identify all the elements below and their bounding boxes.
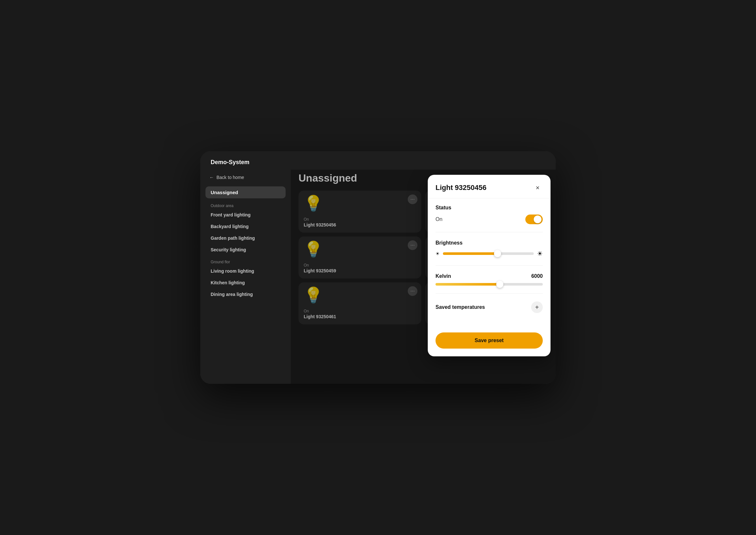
panel-body: Status On xyxy=(428,198,550,327)
section-label-outdoor: Outdoor area xyxy=(206,200,286,209)
kelvin-label: Kelvin xyxy=(435,273,451,279)
panel-header: Light 93250456 × xyxy=(428,175,550,198)
saved-temperatures-label: Saved temperatures xyxy=(435,304,485,310)
sidebar-item-security[interactable]: Security lighting xyxy=(206,244,286,255)
brightness-thumb[interactable] xyxy=(494,250,501,257)
panel-title: Light 93250456 xyxy=(435,183,487,192)
brightness-section: Brightness ☀ ☀ xyxy=(435,240,543,266)
sun-small-icon: ☀ xyxy=(435,251,440,256)
saved-temps-header: Saved temperatures + xyxy=(435,301,543,313)
kelvin-thumb[interactable] xyxy=(496,281,503,288)
back-to-home-link[interactable]: ← Back to home xyxy=(206,172,286,183)
kelvin-header: Kelvin 6000 xyxy=(435,273,543,279)
sidebar-item-kitchen[interactable]: Kitchen lighting xyxy=(206,277,286,288)
sidebar-item-front-yard[interactable]: Front yard lighting xyxy=(206,209,286,220)
close-icon: × xyxy=(536,184,540,192)
sidebar-item-backyard[interactable]: Backyard lighting xyxy=(206,221,286,232)
section-label-ground: Ground flor xyxy=(206,256,286,266)
plus-icon: + xyxy=(535,304,539,311)
status-label: Status xyxy=(435,205,543,211)
sidebar-item-unassigned[interactable]: Unassigned xyxy=(206,186,286,198)
saved-temperatures-section: Saved temperatures + xyxy=(435,301,543,321)
sidebar-item-dining[interactable]: Dining area lighting xyxy=(206,289,286,300)
panel-overlay: Light 93250456 × Status On xyxy=(291,170,556,384)
brightness-label: Brightness xyxy=(435,240,543,246)
status-section: Status On xyxy=(435,205,543,232)
kelvin-slider-row xyxy=(435,283,543,286)
app-body: ← Back to home Unassigned Outdoor area F… xyxy=(200,170,556,384)
brightness-slider-row: ☀ ☀ xyxy=(435,250,543,258)
status-toggle[interactable] xyxy=(525,214,543,224)
save-preset-label: Save preset xyxy=(475,338,504,343)
kelvin-slider[interactable] xyxy=(435,283,543,286)
main-content: Unassigned ··· 💡 On Light 93250456 xyxy=(291,170,556,384)
sun-large-icon: ☀ xyxy=(537,250,543,258)
kelvin-section: Kelvin 6000 xyxy=(435,273,543,294)
brightness-slider[interactable] xyxy=(443,252,534,255)
panel-footer: Save preset xyxy=(428,327,550,356)
add-temperature-button[interactable]: + xyxy=(531,301,543,313)
toggle-row: On xyxy=(435,214,543,224)
detail-panel: Light 93250456 × Status On xyxy=(428,175,550,356)
toggle-thumb xyxy=(534,215,542,223)
sidebar-item-garden-path[interactable]: Garden path lighting xyxy=(206,233,286,243)
app-header: Demo-System xyxy=(200,151,556,170)
kelvin-value: 6000 xyxy=(531,273,543,279)
app-title: Demo-System xyxy=(210,159,249,165)
panel-close-button[interactable]: × xyxy=(532,183,543,193)
sidebar-item-living-room[interactable]: Living room lighting xyxy=(206,266,286,276)
toggle-track xyxy=(525,214,543,224)
back-arrow-icon: ← xyxy=(210,175,214,180)
back-label: Back to home xyxy=(216,175,244,180)
device-frame: Demo-System ← Back to home Unassigned Ou… xyxy=(200,151,556,384)
app-container: Demo-System ← Back to home Unassigned Ou… xyxy=(200,151,556,384)
sidebar: ← Back to home Unassigned Outdoor area F… xyxy=(200,170,291,384)
save-preset-button[interactable]: Save preset xyxy=(435,332,543,349)
status-value: On xyxy=(435,216,442,222)
